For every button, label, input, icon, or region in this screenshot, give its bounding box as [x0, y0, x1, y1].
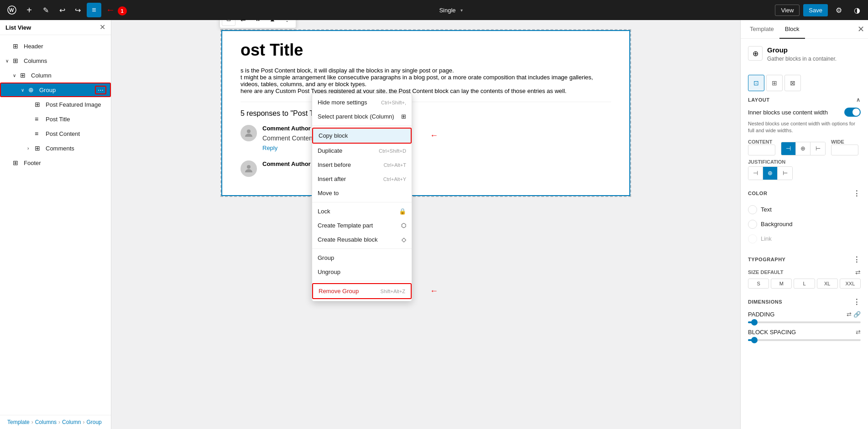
- edit-button[interactable]: ✎: [38, 3, 53, 17]
- content-input[interactable]: [748, 145, 775, 155]
- ctx-create-template[interactable]: Create Template part ⬡: [312, 218, 412, 233]
- breadcrumb-template[interactable]: Template: [7, 419, 30, 425]
- layout-icon-1[interactable]: ⊡: [748, 75, 764, 91]
- size-m[interactable]: M: [771, 279, 792, 289]
- toolbar-move-up[interactable]: ▲: [266, 20, 279, 26]
- comment-reply-1[interactable]: Reply: [262, 145, 277, 151]
- ctx-insert-after[interactable]: Insert after Ctrl+Alt+Y: [312, 172, 412, 186]
- ctx-create-reusable[interactable]: Create Reusable block ◇: [312, 233, 412, 247]
- padding-link-icon[interactable]: 🔗: [853, 311, 861, 318]
- sidebar-close-button[interactable]: ✕: [99, 24, 105, 31]
- ctx-ungroup-label: Ungroup: [318, 269, 340, 275]
- list-view-button[interactable]: ≡: [87, 3, 101, 17]
- layout-icon-3[interactable]: ⊠: [784, 75, 801, 91]
- redo-button[interactable]: ↪: [70, 3, 85, 17]
- sidebar-item-pfi-label: Post Featured Image: [46, 101, 107, 108]
- ctx-remove-group[interactable]: Remove Group Shift+Alt+Z ←: [312, 283, 412, 299]
- align-left-btn[interactable]: ⊣: [781, 142, 796, 155]
- ctx-remove-group-label: Remove Group: [319, 288, 359, 295]
- wide-input[interactable]: [831, 145, 858, 155]
- toolbar-drag[interactable]: ⠿: [251, 20, 265, 26]
- sidebar-item-columns[interactable]: ∨ ⊞ Columns: [0, 53, 111, 68]
- block-spacing-controls: ⇄: [856, 329, 861, 336]
- size-l[interactable]: L: [794, 279, 815, 289]
- toolbar-block-type[interactable]: ⊡: [222, 20, 235, 26]
- inner-blocks-toggle[interactable]: [844, 108, 861, 117]
- padding-slider[interactable]: [748, 321, 861, 323]
- canvas-group-block[interactable]: ost Title s is the Post Content block, i…: [221, 30, 630, 196]
- dimensions-section-more[interactable]: ⋮: [853, 298, 861, 306]
- panel-close-button[interactable]: ✕: [858, 24, 864, 34]
- wp-logo-button[interactable]: W: [4, 2, 20, 18]
- breadcrumb-column[interactable]: Column: [62, 419, 81, 425]
- add-block-button[interactable]: +: [22, 3, 37, 17]
- tree-toggle-column: ∨: [13, 73, 20, 78]
- align-right-btn[interactable]: ⊢: [810, 142, 825, 155]
- post-title-block[interactable]: ost Title: [241, 40, 611, 60]
- theme-toggle-button[interactable]: ◑: [850, 3, 864, 17]
- ctx-duplicate[interactable]: Duplicate Ctrl+Shift+D: [312, 144, 412, 158]
- toolbar-more[interactable]: ⋮: [280, 20, 294, 26]
- typography-section-more[interactable]: ⋮: [853, 255, 861, 264]
- ctx-select-parent-label: Select parent block (Column): [318, 113, 394, 120]
- sidebar-item-post-title[interactable]: ≡ Post Title: [0, 112, 111, 126]
- ctx-divider-4: [312, 281, 412, 281]
- color-link-row: Link: [748, 232, 861, 246]
- align-center-btn[interactable]: ⊕: [796, 142, 810, 155]
- size-buttons: S M L XL XXL: [748, 279, 861, 289]
- padding-thumb[interactable]: [751, 319, 758, 326]
- size-reset-icon[interactable]: ⇄: [855, 269, 861, 276]
- breadcrumb-columns[interactable]: Columns: [35, 419, 57, 425]
- size-xl[interactable]: XL: [817, 279, 838, 289]
- ctx-ungroup[interactable]: Ungroup: [312, 265, 412, 279]
- canvas-wrapper[interactable]: ⊡ ⇄ ⠿ ▲ ⋮ Hide more settings Ctrl+Shift+…: [111, 20, 740, 429]
- justify-left[interactable]: ⊣: [748, 167, 763, 180]
- post-content-block[interactable]: s is the Post Content block, it will dis…: [241, 67, 611, 94]
- layout-icon-2[interactable]: ⊞: [766, 75, 783, 91]
- ctx-insert-before[interactable]: Insert before Ctrl+Alt+T: [312, 158, 412, 172]
- padding-reset-icon[interactable]: ⇄: [847, 311, 852, 318]
- ctx-duplicate-label: Duplicate: [318, 147, 342, 154]
- sidebar-item-post-content[interactable]: ≡ Post Content: [0, 126, 111, 141]
- tree-toggle-group: ∨: [21, 88, 28, 93]
- color-section-more[interactable]: ⋮: [853, 189, 861, 198]
- settings-button[interactable]: ⚙: [831, 3, 846, 17]
- ctx-move-to[interactable]: Move to: [312, 186, 412, 200]
- sidebar-item-footer-label: Footer: [24, 160, 107, 166]
- tab-template[interactable]: Template: [744, 20, 779, 39]
- ctx-select-parent[interactable]: Select parent block (Column) ⊞: [312, 109, 412, 124]
- columns-block-icon: ⊞: [13, 57, 22, 64]
- sidebar-item-footer[interactable]: ⊞ Footer: [0, 155, 111, 170]
- view-button[interactable]: View: [775, 5, 800, 16]
- ctx-lock[interactable]: Lock 🔒: [312, 204, 412, 218]
- content-wide-inputs: CONTENT ⊣ ⊕ ⊢ WIDE: [748, 139, 861, 155]
- toolbar-transform[interactable]: ⇄: [236, 20, 250, 26]
- size-xxl[interactable]: XXL: [840, 279, 861, 289]
- block-spacing-slider[interactable]: [748, 339, 861, 341]
- undo-button[interactable]: ↩: [55, 3, 69, 17]
- justify-center[interactable]: ⊕: [763, 167, 778, 180]
- layout-section-toggle[interactable]: ∧: [856, 97, 861, 103]
- sidebar-item-column[interactable]: ∨ ⊞ Column: [0, 68, 111, 83]
- layout-section-title: Layout: [748, 97, 770, 103]
- color-text-circle: [748, 205, 757, 214]
- ctx-hide-more[interactable]: Hide more settings Ctrl+Shift+,: [312, 95, 412, 109]
- group-more-button[interactable]: ⋯: [95, 86, 106, 94]
- justify-right[interactable]: ⊢: [778, 167, 792, 180]
- ctx-group[interactable]: Group: [312, 251, 412, 265]
- save-button[interactable]: Save: [803, 4, 828, 16]
- block-spacing-thumb[interactable]: [751, 337, 758, 343]
- ctx-hide-more-shortcut: Ctrl+Shift+,: [381, 100, 406, 105]
- breadcrumb-group[interactable]: Group: [86, 419, 101, 425]
- size-s[interactable]: S: [748, 279, 769, 289]
- padding-controls: ⇄ 🔗: [847, 311, 861, 318]
- sidebar-item-header[interactable]: ⊞ Header: [0, 39, 111, 53]
- tab-block[interactable]: Block: [779, 20, 805, 39]
- block-spacing-reset-icon[interactable]: ⇄: [856, 329, 861, 336]
- ctx-copy-block[interactable]: Copy block ←: [312, 128, 412, 144]
- sidebar-item-post-featured[interactable]: ⊞ Post Featured Image: [0, 97, 111, 112]
- sidebar-item-comments[interactable]: › ⊞ Comments: [0, 141, 111, 155]
- lock-icon: 🔒: [399, 208, 406, 215]
- sidebar-item-group[interactable]: ∨ ⊕ Group ⋯ ←: [0, 83, 111, 97]
- sidebar-item-comments-label: Comments: [46, 145, 107, 152]
